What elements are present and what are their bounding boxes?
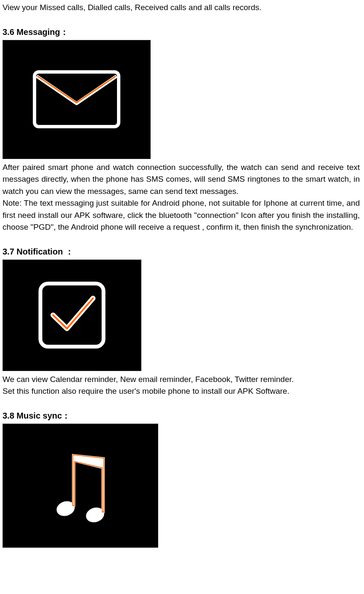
heading-notification: 3.7 Notification ： [3,245,360,258]
music-note-icon [51,446,110,525]
notification-icon-box [3,260,141,371]
envelope-icon [32,70,121,129]
messaging-para1: After paired smart phone and watch conne… [3,162,360,198]
music-icon-box [3,424,158,548]
messaging-para2: Note: The text messaging just suitable f… [3,197,360,233]
svg-rect-1 [40,284,104,347]
checkmark-icon [34,277,110,353]
notification-para1: We can view Calendar reminder, New email… [3,374,360,386]
svg-rect-0 [35,72,119,127]
heading-messaging: 3.6 Messaging： [3,26,360,38]
messaging-icon-box [3,40,151,159]
heading-music: 3.8 Music sync： [3,409,360,422]
notification-para2: Set this function also require the user'… [3,385,360,398]
intro-text: View your Missed calls, Dialled calls, R… [3,2,360,14]
